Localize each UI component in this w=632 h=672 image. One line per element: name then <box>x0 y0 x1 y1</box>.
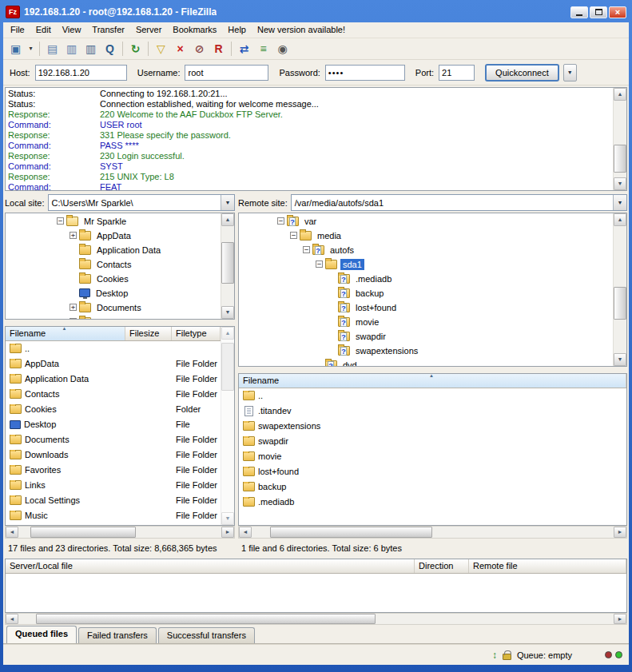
tree-item-downloads[interactable]: +Downloads <box>6 315 221 319</box>
password-input[interactable] <box>325 65 405 81</box>
host-input[interactable] <box>35 65 127 81</box>
scroll-right-icon[interactable]: ► <box>614 614 626 625</box>
tree-item-var[interactable]: −?var <box>239 214 613 229</box>
scroll-track[interactable] <box>252 527 614 538</box>
scroll-down-icon[interactable]: ▼ <box>221 306 234 319</box>
compare-icon[interactable]: ⇄ <box>235 40 253 58</box>
menu-view[interactable]: View <box>57 23 87 36</box>
expand-icon[interactable]: + <box>70 318 77 319</box>
column-header-filetype[interactable]: Filetype <box>172 327 221 340</box>
scroll-down-icon[interactable]: ▼ <box>221 512 234 525</box>
queue-column-remote-file[interactable]: Remote file <box>469 559 626 573</box>
scroll-right-icon[interactable]: ► <box>221 527 234 538</box>
toggle-local-tree-icon[interactable]: ▥ <box>62 40 81 58</box>
menu-server[interactable]: Server <box>130 23 167 36</box>
file-row-contacts[interactable]: ContactsFile Folder <box>6 387 221 402</box>
scroll-left-icon[interactable]: ◄ <box>6 527 18 538</box>
close-button[interactable]: × <box>609 6 626 18</box>
maximize-button[interactable] <box>590 6 607 18</box>
tab-queued-files[interactable]: Queued files <box>6 626 77 643</box>
file-row-links[interactable]: LinksFile Folder <box>6 478 221 493</box>
file-row-appdata[interactable]: AppDataFile Folder <box>6 356 221 372</box>
file-row-titandev[interactable]: .titandev <box>239 404 626 419</box>
file-row-lost-found[interactable]: lost+found <box>239 464 626 479</box>
file-row-documents[interactable]: DocumentsFile Folder <box>6 432 221 447</box>
menu-edit[interactable]: Edit <box>30 23 57 36</box>
minimize-button[interactable] <box>570 6 588 18</box>
collapse-icon[interactable]: − <box>316 260 323 268</box>
quickconnect-dropdown-button[interactable]: ▼ <box>563 64 577 82</box>
disconnect-icon[interactable]: ⊘ <box>190 40 209 58</box>
file-row-application-data[interactable]: Application DataFile Folder <box>6 372 221 387</box>
tree-item-mr-sparkle[interactable]: −Mr Sparkle <box>6 214 221 229</box>
tree-item-media[interactable]: −media <box>239 229 613 243</box>
combo-dropdown-icon[interactable]: ▼ <box>613 195 626 210</box>
scroll-track[interactable] <box>221 226 234 306</box>
menu-transfer[interactable]: Transfer <box>86 23 130 36</box>
scroll-left-icon[interactable]: ◄ <box>6 614 18 625</box>
file-row-item[interactable]: .. <box>239 388 626 404</box>
local-tree-scrollbar[interactable]: ▲ ▼ <box>221 213 234 319</box>
column-header-filename[interactable]: ▲Filename <box>239 374 626 388</box>
local-horizontal-scrollbar[interactable]: ◄ ► <box>5 526 235 539</box>
local-list-scrollbar[interactable]: ▲ ▼ <box>221 327 234 525</box>
scroll-thumb[interactable] <box>30 527 136 538</box>
scroll-thumb[interactable] <box>270 527 433 538</box>
file-row-swapextensions[interactable]: swapextensions <box>239 419 626 434</box>
tree-item-swapdir[interactable]: ?swapdir <box>239 329 613 344</box>
toggle-queue-icon[interactable]: Q <box>101 40 119 58</box>
scroll-down-icon[interactable]: ▼ <box>614 177 626 190</box>
tree-item-mediadb[interactable]: ?.mediadb <box>239 272 613 286</box>
tree-item-lost-found[interactable]: ?lost+found <box>239 300 613 315</box>
column-header-filesize[interactable]: Filesize <box>125 327 172 340</box>
tab-failed-transfers[interactable]: Failed transfers <box>78 627 157 643</box>
scroll-up-icon[interactable]: ▲ <box>614 213 626 226</box>
tree-item-cookies[interactable]: Cookies <box>6 272 221 286</box>
refresh-icon[interactable]: ↻ <box>126 40 145 58</box>
site-manager-icon[interactable]: ▣ <box>6 40 25 58</box>
queue-column-server-local-file[interactable]: Server/Local file <box>6 559 415 573</box>
expand-icon[interactable]: + <box>70 304 77 311</box>
log-vertical-scrollbar[interactable]: ▲ ▼ <box>613 88 626 190</box>
remote-horizontal-scrollbar[interactable]: ◄ ► <box>238 526 627 539</box>
collapse-icon[interactable]: − <box>303 246 310 253</box>
tree-item-documents[interactable]: +Documents <box>6 300 221 315</box>
scroll-track[interactable] <box>614 101 626 177</box>
toggle-message-log-icon[interactable]: ▤ <box>43 40 62 58</box>
scroll-up-icon[interactable]: ▲ <box>221 213 234 226</box>
tree-item-appdata[interactable]: +AppData <box>6 229 221 243</box>
scroll-thumb[interactable] <box>614 287 626 320</box>
file-row-backup[interactable]: backup <box>239 479 626 495</box>
column-header-filename[interactable]: ▲Filename <box>6 327 125 340</box>
tree-item-swapextensions[interactable]: ?swapextensions <box>239 344 613 358</box>
file-row-swapdir[interactable]: swapdir <box>239 434 626 449</box>
pane-splitter[interactable] <box>5 320 235 326</box>
file-row-item[interactable]: .. <box>6 341 221 356</box>
sync-browsing-icon[interactable]: ≡ <box>254 40 272 58</box>
quickconnect-button[interactable]: Quickconnect <box>485 64 559 82</box>
remote-site-combo[interactable]: /var/media/autofs/sda1 ▼ <box>291 194 627 211</box>
file-row-mediadb[interactable]: .mediadb <box>239 495 626 510</box>
tree-item-backup[interactable]: ?backup <box>239 286 613 300</box>
collapse-icon[interactable]: − <box>277 217 284 225</box>
collapse-icon[interactable]: − <box>57 217 64 225</box>
collapse-icon[interactable]: − <box>290 232 297 239</box>
menu-new-version-available[interactable]: New version available! <box>252 23 351 36</box>
tree-item-movie[interactable]: ?movie <box>239 315 613 329</box>
scroll-track[interactable] <box>614 226 626 353</box>
filter-icon[interactable]: ▽ <box>152 40 170 58</box>
cancel-icon[interactable]: × <box>171 40 189 58</box>
scroll-thumb[interactable] <box>614 145 626 173</box>
local-site-combo[interactable]: C:\Users\Mr Sparkle\ ▼ <box>48 194 235 211</box>
remote-tree-scrollbar[interactable]: ▲ ▼ <box>613 213 626 366</box>
scroll-down-icon[interactable]: ▼ <box>614 353 626 366</box>
queue-horizontal-scrollbar[interactable]: ◄ ► <box>5 613 627 626</box>
combo-dropdown-icon[interactable]: ▼ <box>221 195 234 210</box>
tree-item-sda1[interactable]: −sda1 <box>239 257 613 272</box>
file-row-music[interactable]: MusicFile Folder <box>6 508 221 523</box>
tree-item-contacts[interactable]: Contacts <box>6 257 221 272</box>
scroll-left-icon[interactable]: ◄ <box>239 527 252 538</box>
scroll-track[interactable] <box>221 340 234 512</box>
tree-item-autofs[interactable]: −?autofs <box>239 243 613 257</box>
tree-item-application-data[interactable]: Application Data <box>6 243 221 257</box>
